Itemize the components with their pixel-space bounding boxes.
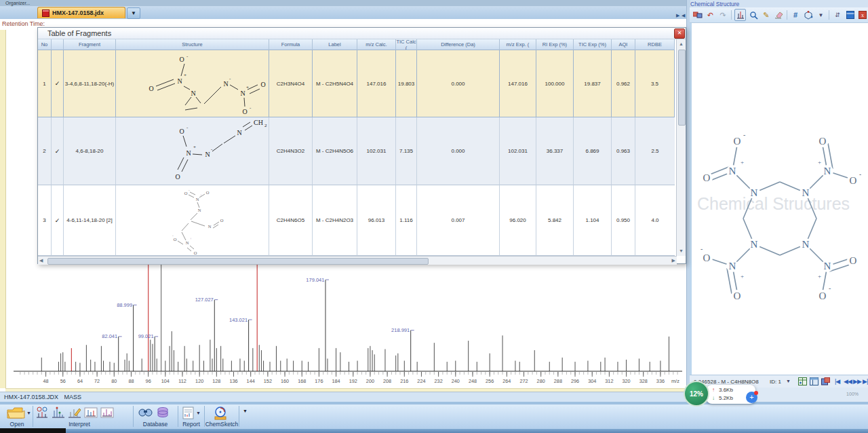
col-header-fragment[interactable]: Fragment [64, 39, 116, 50]
open-dropdown-icon[interactable]: ▼ [26, 411, 31, 415]
col-header-check[interactable] [52, 39, 64, 50]
scroll-down-icon[interactable]: ▼ [677, 247, 686, 255]
view-spectrum-icon[interactable] [734, 9, 747, 21]
atom-numbering-icon[interactable]: # [790, 10, 801, 20]
structures-badge-icon[interactable] [821, 377, 830, 385]
svg-text:O: O [850, 175, 857, 186]
svg-text:N: N [197, 208, 201, 212]
document-tab[interactable]: HMX-147.0158.jdx [37, 7, 125, 18]
col-header-difference[interactable]: Difference (Da) [417, 39, 500, 50]
structure-id-label: ID: 1 [770, 379, 781, 385]
svg-text:O: O [260, 81, 265, 88]
structure-canvas[interactable]: Chemical Structures [690, 23, 868, 375]
id-dropdown-icon[interactable]: ▼ [786, 379, 791, 383]
col-header-tic-calc[interactable]: TIC Calc ( [396, 39, 417, 50]
row-checkbox[interactable]: ✓ [52, 117, 64, 185]
organizer-button[interactable]: Organizer... [5, 1, 30, 5]
fragment-atoms: 4-6,11-14,18-20 [2] [64, 185, 116, 256]
col-header-formula[interactable]: Formula [269, 39, 313, 50]
svg-text:127.027: 127.027 [195, 297, 214, 303]
redo-icon[interactable]: ↷ [717, 10, 728, 20]
col-header-ri-exp[interactable]: RI Exp (%) [536, 39, 574, 50]
panel-settings-icon[interactable] [845, 10, 856, 20]
col-header-mz-exp[interactable]: m/z Exp. ( [500, 39, 536, 50]
database-search-icon[interactable] [138, 407, 153, 421]
ring-tool-dropdown-icon[interactable]: ▼ [816, 10, 827, 20]
ri-exp-value: 36.337 [536, 117, 574, 185]
ring-tool-icon[interactable] [803, 10, 814, 20]
svg-text:x: x [861, 12, 864, 18]
panel-close-icon[interactable]: x [857, 10, 868, 20]
eraser-icon[interactable] [774, 10, 785, 20]
svg-text:N: N [191, 90, 195, 97]
col-header-tic-exp[interactable]: TIC Exp (%) [574, 39, 612, 50]
previous-record-button[interactable]: ◀◀ [844, 378, 852, 385]
database-icon[interactable] [157, 407, 169, 421]
col-header-no[interactable]: No [38, 39, 52, 50]
draw-structure-icon[interactable]: ✎ [761, 10, 772, 20]
interpret-annotate-icon[interactable] [68, 407, 81, 421]
col-header-aqi[interactable]: AQI [612, 39, 635, 50]
tab-dropdown-button[interactable]: ▼ [127, 7, 140, 19]
row-checkbox[interactable]: ✓ [52, 185, 64, 256]
dialog-horizontal-scrollbar[interactable]: ◀ ▶ [38, 256, 677, 265]
rdbe-value: 3.5 [635, 50, 675, 117]
svg-text:120: 120 [195, 378, 203, 384]
reorder-icon[interactable]: ⇵ [832, 10, 843, 20]
status-bar: HMX-147.0158.JDX MASS [0, 392, 686, 402]
svg-text:O: O [242, 108, 247, 115]
zoom-icon[interactable] [748, 10, 759, 20]
overlay-plus-button[interactable]: + [746, 392, 757, 403]
dialog-title[interactable]: Table of Fragments [38, 28, 686, 39]
col-header-structure[interactable]: Structure [116, 39, 269, 50]
structure-toolbar: ↶ ↷ ✎ # ▼ ⇵ x [690, 7, 868, 23]
interpret-molecule-icon[interactable] [35, 407, 49, 421]
svg-text:N: N [729, 166, 736, 176]
svg-text:304: 304 [588, 378, 596, 384]
svg-text:104: 104 [161, 378, 170, 384]
next-record-button[interactable]: ▶▶ [853, 378, 861, 385]
collapse-left-icon[interactable]: ▶ [676, 13, 679, 18]
svg-text:168: 168 [298, 378, 306, 384]
toolbar-overflow-icon[interactable]: ▼ [243, 409, 248, 413]
col-header-label[interactable]: Label [313, 39, 357, 50]
interpret-spectrum-icon[interactable] [52, 407, 65, 421]
report-group-label: Report [178, 421, 205, 428]
open-button[interactable] [7, 407, 25, 422]
scroll-left-icon[interactable]: ◀ [39, 257, 43, 265]
table-row[interactable]: 1 ✓ 3-4,6,8-11,18-20(-H) [38, 50, 676, 117]
table-row[interactable]: 3 ✓ 4-6,11-14,18-20 [2] [38, 185, 676, 256]
vertical-scroll-thumb[interactable] [678, 50, 686, 126]
col-header-mz-calc[interactable]: m/z Calc. [357, 39, 396, 50]
table-row[interactable]: 2 ✓ 4,6-8,18-20 O- N+ O [38, 117, 676, 185]
undo-icon[interactable]: ↶ [705, 10, 716, 20]
interpret-chart1-icon[interactable] [84, 407, 98, 421]
svg-text:O: O [703, 172, 711, 183]
svg-text:2: 2 [264, 123, 267, 128]
report-dropdown-icon[interactable]: ▼ [196, 411, 201, 415]
collapse-right-icon[interactable]: ◀ [682, 13, 685, 18]
formula-value: C2H4N6O5 [269, 185, 313, 256]
interpret-chart2-icon[interactable] [100, 407, 114, 421]
svg-text:O: O [220, 218, 223, 223]
structures-grid-icon[interactable] [798, 377, 807, 385]
fragment-atoms: 3-4,6,8-11,18-20(-H) [64, 50, 116, 117]
report-button[interactable] [182, 407, 194, 422]
progress-circle-badge[interactable]: 12% [684, 381, 709, 407]
row-checkbox[interactable]: ✓ [52, 50, 64, 117]
horizontal-scroll-thumb[interactable] [47, 258, 429, 265]
toolbar-separator [787, 10, 787, 20]
first-record-button[interactable]: |◀ [835, 378, 840, 385]
toolbar-separator [829, 10, 829, 20]
scroll-right-icon[interactable]: ▶ [672, 257, 675, 265]
svg-text:N: N [195, 197, 199, 202]
col-header-rdbe[interactable]: RDBE [635, 39, 675, 50]
import-structure-icon[interactable] [692, 10, 703, 20]
last-record-button[interactable]: ▶| [863, 378, 867, 385]
dialog-vertical-scrollbar[interactable]: ▲ ▼ [676, 39, 686, 256]
dialog-close-button[interactable]: ✕ [674, 29, 685, 39]
fragment-atoms: 4,6-8,18-20 [64, 117, 116, 185]
structures-table-icon[interactable] [810, 377, 818, 385]
aqi-value: 0.950 [612, 185, 635, 256]
scroll-up-icon[interactable]: ▲ [677, 40, 686, 48]
